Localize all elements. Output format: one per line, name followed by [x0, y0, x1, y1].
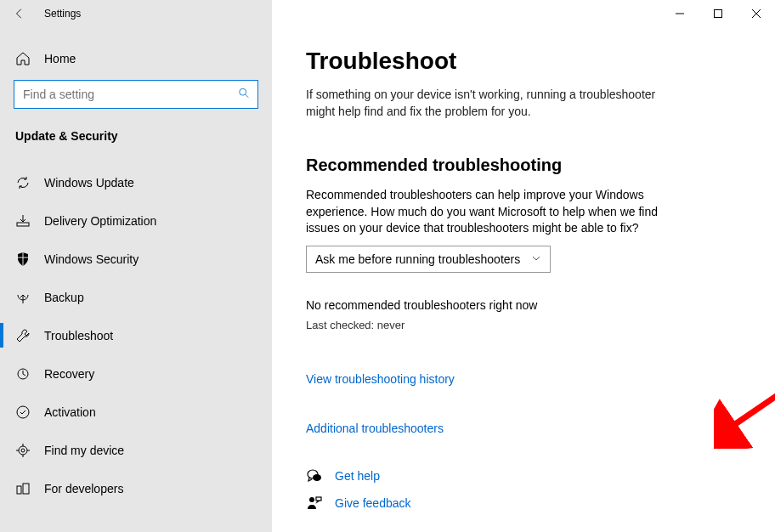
svg-point-0 [240, 88, 246, 95]
back-button[interactable] [0, 0, 39, 27]
svg-rect-16 [316, 497, 321, 501]
search-icon [238, 88, 250, 102]
sync-icon [15, 175, 31, 190]
svg-rect-10 [714, 10, 721, 18]
maximize-button[interactable] [699, 0, 737, 27]
sidebar-item-windows-security[interactable]: Windows Security [0, 240, 272, 278]
sidebar-item-activation[interactable]: Activation [0, 393, 272, 431]
help-chat-icon [306, 467, 323, 484]
sidebar-item-label: Windows Update [44, 176, 134, 190]
svg-point-5 [21, 449, 25, 452]
activation-icon [15, 405, 31, 420]
svg-point-4 [17, 406, 29, 418]
feedback-person-icon [306, 495, 323, 512]
home-label: Home [44, 52, 76, 65]
page-lead: If something on your device isn't workin… [306, 87, 671, 120]
sidebar-item-label: For developers [44, 482, 123, 495]
section-title: Recommended troubleshooting [306, 156, 741, 175]
svg-rect-7 [17, 486, 21, 494]
nav-list: Windows Update Delivery Optimization Win… [0, 163, 272, 507]
status-line: No recommended troubleshooters right now [306, 298, 741, 312]
minimize-button[interactable] [660, 0, 699, 27]
window-title: Settings [44, 8, 81, 20]
sidebar-item-label: Find my device [44, 444, 124, 457]
find-device-icon [15, 443, 31, 458]
svg-point-14 [313, 474, 321, 481]
sidebar-item-delivery-optimization[interactable]: Delivery Optimization [0, 201, 272, 240]
chevron-down-icon [531, 252, 541, 266]
sidebar-item-label: Backup [44, 291, 84, 304]
sidebar-item-backup[interactable]: Backup [0, 278, 272, 316]
page-title: Troubleshoot [306, 48, 741, 75]
additional-troubleshooters-link[interactable]: Additional troubleshooters [306, 422, 444, 435]
sidebar-item-recovery[interactable]: Recovery [0, 354, 272, 393]
sidebar-item-label: Delivery Optimization [44, 214, 156, 228]
sidebar-item-label: Activation [44, 405, 96, 419]
search-wrap [0, 75, 272, 121]
troubleshoot-preference-dropdown[interactable]: Ask me before running troubleshooters [306, 246, 551, 273]
view-history-link[interactable]: View troubleshooting history [306, 372, 455, 386]
give-feedback-link: Give feedback [335, 496, 411, 510]
sidebar-item-troubleshoot[interactable]: Troubleshoot [0, 316, 272, 354]
get-help-row[interactable]: Get help [306, 467, 741, 484]
get-help-link: Get help [335, 469, 380, 483]
main-pane: Troubleshoot If something on your device… [272, 0, 775, 532]
sidebar-item-label: Windows Security [44, 252, 139, 266]
window-controls [660, 0, 775, 27]
sidebar-item-find-my-device[interactable]: Find my device [0, 431, 272, 469]
sidebar-item-label: Troubleshoot [44, 329, 113, 342]
give-feedback-row[interactable]: Give feedback [306, 495, 741, 512]
svg-rect-2 [17, 223, 29, 226]
close-button[interactable] [737, 0, 775, 27]
svg-point-6 [19, 446, 27, 455]
sidebar-item-label: Recovery [44, 367, 94, 381]
sidebar-item-for-developers[interactable]: For developers [0, 469, 272, 507]
backup-icon [15, 290, 31, 305]
dropdown-value: Ask me before running troubleshooters [315, 252, 520, 266]
home-icon [15, 51, 31, 66]
category-title: Update & Security [0, 121, 272, 155]
sidebar: Settings Home Update & Security Windows … [0, 0, 272, 532]
footer-links: Get help Give feedback [306, 467, 741, 512]
titlebar: Settings [0, 0, 272, 27]
shield-icon [15, 252, 31, 267]
svg-line-1 [246, 94, 249, 98]
last-checked: Last checked: never [306, 319, 741, 331]
svg-rect-8 [23, 484, 29, 494]
svg-point-15 [309, 497, 314, 502]
wrench-icon [15, 328, 31, 343]
sidebar-item-windows-update[interactable]: Windows Update [0, 163, 272, 201]
home-nav[interactable]: Home [0, 41, 272, 75]
section-para: Recommended troubleshooters can help imp… [306, 187, 663, 237]
delivery-icon [15, 213, 31, 229]
recovery-icon [15, 366, 31, 382]
developers-icon [15, 481, 31, 496]
search-input[interactable] [14, 80, 258, 109]
